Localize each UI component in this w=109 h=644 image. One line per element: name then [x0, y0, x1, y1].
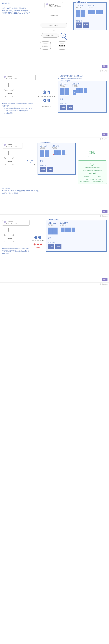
innodb-cylinder: InnoDB	[4, 158, 14, 165]
ref-label: 引用	[43, 98, 50, 103]
panel3-notes: 运行过程中 InnoDB 对于 table cache 的回收由 master …	[2, 187, 107, 194]
dashed-line	[54, 10, 54, 13]
master-thread-box: innodb master thread 中对 table cache 的周期性…	[78, 160, 107, 184]
watermark: 回顾MySQL	[0, 138, 109, 141]
session-icon	[4, 144, 6, 146]
table-cache-cylinder: table cache	[40, 42, 51, 50]
mysql-label: MySQL 5.7	[2, 2, 39, 4]
panel-4: session 1 CREATE TABLE t1 InnoDB 使用过程中由于…	[0, 218, 109, 282]
session-box: session 1 CREATE TABLE t1	[45, 2, 63, 8]
x-icon: ✕	[65, 153, 67, 156]
dashed-line	[8, 83, 9, 87]
dashed-line	[8, 228, 9, 232]
table-cache-box: innodb 存储 table hash方便查找 table LRU方便回收 t…	[58, 81, 107, 112]
session-box: session 1 CREATE TABLE t1	[2, 143, 23, 148]
panel-1: MySQL 5.7 首先，MySQL 使用插件式存储引擎 也就是说 MySQL …	[0, 0, 109, 70]
burst-icon: ✸	[40, 243, 42, 246]
dashed-line	[8, 151, 9, 155]
panel2-notes: InnoDB 通过查询表定义请求在 table cache 中 若不存在: In…	[2, 102, 36, 114]
innodb-cylinder: InnoDB	[4, 235, 14, 242]
watermark: 回顾MySQL	[0, 282, 109, 286]
session-icon	[4, 221, 6, 223]
recycle-icon	[90, 162, 94, 166]
watermark: 回顾MySQL	[0, 214, 109, 218]
ref-label: 引用	[34, 235, 41, 240]
crash-label: crash	[36, 246, 40, 248]
session-box: session 1 CREATE TABLE t1	[2, 220, 30, 226]
innodb-layer: InnoDB layer	[42, 33, 59, 38]
query-label: 查询	[43, 90, 50, 94]
dashed-line	[54, 18, 54, 21]
watermark: 回顾MySQL	[0, 70, 109, 72]
session-icon	[46, 3, 48, 5]
innodb-cylinder: InnoDB	[4, 90, 14, 97]
burst-icon: ✸	[33, 243, 36, 246]
panel-tag: 图二	[102, 133, 107, 136]
table-cache-box: table cache table hash方便查找 table LRU方便回收…	[38, 143, 76, 174]
panel-tag: 图四	[102, 278, 107, 281]
panel-tag: 图三	[102, 210, 107, 213]
api-label: API	[53, 29, 55, 31]
burst-icon: ✸	[37, 243, 39, 246]
panel-2: session 1 CREATE TABLE t1 InnoDB InnoDB …	[0, 72, 109, 138]
panel1-notes: 首先，MySQL 使用插件式存储引擎 也就是说 MySQL 中处理的存储引擎都 …	[2, 7, 39, 14]
session-box: session 1 CREATE TABLE t1	[2, 75, 36, 80]
session-icon	[4, 76, 6, 78]
panel-3: session 1 CREATE TABLE t1 InnoDB 引用 tabl…	[0, 141, 109, 214]
table-cache-box: table cache table hash方便查找 table LRU方便回收…	[73, 2, 107, 30]
datafile-cylinder: 数据文件	[57, 42, 67, 50]
recycle-label: 回收	[89, 150, 96, 155]
x-icon: ✕	[52, 153, 54, 156]
panel4-notes: 使用过程中由于 table 的表结构产生238 导致引用的旧字典被 master…	[2, 248, 30, 255]
panel-tag: 图一	[102, 65, 107, 68]
panel2-desc: InnoDB 在内存中维护一块 table cache 用于缓存高速数据表结构字…	[58, 75, 107, 80]
server-layer: server layer	[40, 23, 67, 28]
magnify-icon: +	[61, 32, 66, 38]
table-cache-box: table cache table hash方便查找 table LRU方便回收…	[46, 220, 107, 252]
connectors-label: connectors	[50, 14, 58, 16]
ref-label: 引用	[27, 160, 34, 164]
